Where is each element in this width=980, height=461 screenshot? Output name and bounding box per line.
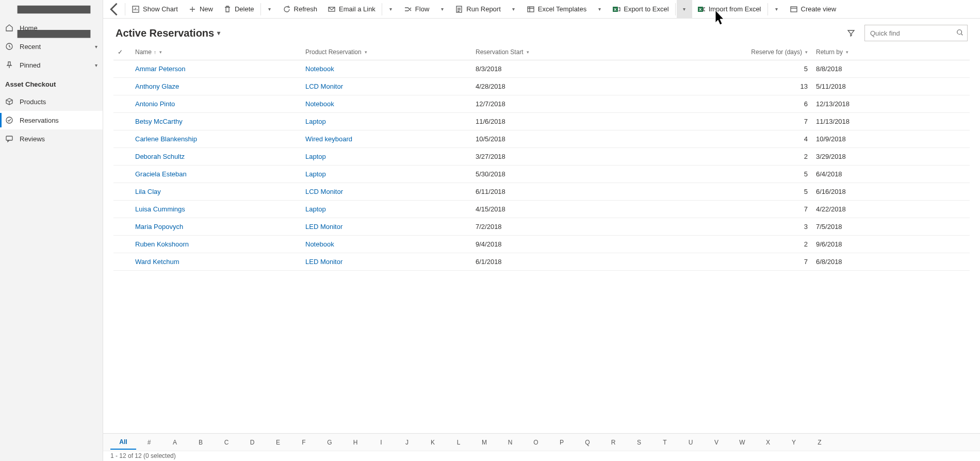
alpha-m[interactable]: M bbox=[471, 436, 497, 449]
new-button[interactable]: New bbox=[183, 0, 218, 19]
alpha-x[interactable]: X bbox=[755, 436, 781, 449]
alpha-j[interactable]: J bbox=[394, 436, 420, 449]
product-link[interactable]: Laptop bbox=[305, 153, 326, 160]
col-start[interactable]: Reservation Start ▾ bbox=[471, 44, 642, 60]
run-report-button[interactable]: Run Report bbox=[450, 0, 505, 19]
table-row[interactable]: Ammar PetersonNotebook8/3/201858/8/2018 bbox=[113, 60, 970, 78]
col-name[interactable]: Name ↑ ▾ bbox=[131, 44, 301, 60]
alpha-#[interactable]: # bbox=[136, 436, 162, 449]
alpha-e[interactable]: E bbox=[265, 436, 291, 449]
alpha-k[interactable]: K bbox=[420, 436, 446, 449]
excel-templates-button[interactable]: Excel Templates bbox=[521, 0, 592, 19]
table-row[interactable]: Carlene BlankenshipWired keyboard10/5/20… bbox=[113, 130, 970, 148]
search-input[interactable] bbox=[864, 25, 968, 41]
table-row[interactable]: Luisa CummingsLaptop4/15/201874/22/2018 bbox=[113, 201, 970, 218]
alpha-t[interactable]: T bbox=[652, 436, 678, 449]
name-link[interactable]: Ruben Kokshoorn bbox=[135, 240, 189, 248]
nav-home[interactable]: Home bbox=[0, 19, 103, 37]
name-link[interactable]: Ward Ketchum bbox=[135, 258, 179, 266]
import-excel-dropdown[interactable]: ▾ bbox=[769, 0, 785, 19]
name-link[interactable]: Carlene Blankenship bbox=[135, 135, 197, 143]
name-link[interactable]: Deborah Schultz bbox=[135, 153, 185, 160]
flow-dropdown[interactable]: ▾ bbox=[434, 0, 450, 19]
product-link[interactable]: Notebook bbox=[305, 240, 334, 248]
select-all-column[interactable]: ✓ bbox=[113, 44, 131, 60]
product-link[interactable]: Notebook bbox=[305, 100, 334, 108]
alpha-u[interactable]: U bbox=[678, 436, 704, 449]
alpha-b[interactable]: B bbox=[188, 436, 214, 449]
view-switcher[interactable]: Active Reservations ▾ bbox=[116, 27, 220, 39]
row-checkbox-cell[interactable] bbox=[113, 183, 131, 201]
email-link-dropdown[interactable]: ▾ bbox=[383, 0, 399, 19]
back-button[interactable] bbox=[105, 0, 124, 19]
alpha-v[interactable]: V bbox=[704, 436, 729, 449]
hamburger-button[interactable] bbox=[0, 0, 103, 19]
row-checkbox-cell[interactable] bbox=[113, 130, 131, 148]
row-checkbox-cell[interactable] bbox=[113, 166, 131, 183]
col-reserve-for[interactable]: Reserve for (days) ▾ bbox=[642, 44, 812, 60]
flow-button[interactable]: Flow bbox=[399, 0, 434, 19]
name-link[interactable]: Ammar Peterson bbox=[135, 65, 186, 73]
delete-dropdown[interactable]: ▾ bbox=[262, 0, 277, 19]
col-return-by[interactable]: Return by ▾ bbox=[812, 44, 970, 60]
product-link[interactable]: Wired keyboard bbox=[305, 135, 352, 143]
filter-button[interactable] bbox=[843, 25, 859, 41]
name-link[interactable]: Anthony Glaze bbox=[135, 83, 179, 90]
alpha-q[interactable]: Q bbox=[575, 436, 600, 449]
export-excel-button[interactable]: X Export to Excel bbox=[607, 0, 674, 19]
alpha-c[interactable]: C bbox=[214, 436, 239, 449]
export-excel-dropdown[interactable]: ▾ bbox=[677, 0, 692, 19]
alpha-r[interactable]: R bbox=[600, 436, 626, 449]
row-checkbox-cell[interactable] bbox=[113, 201, 131, 218]
create-view-button[interactable]: Create view bbox=[785, 0, 842, 19]
row-checkbox-cell[interactable] bbox=[113, 236, 131, 253]
table-row[interactable]: Maria PopovychLED Monitor7/2/201837/5/20… bbox=[113, 218, 970, 236]
refresh-button[interactable]: Refresh bbox=[277, 0, 323, 19]
alpha-a[interactable]: A bbox=[162, 436, 188, 449]
delete-button[interactable]: Delete bbox=[218, 0, 259, 19]
alpha-i[interactable]: I bbox=[368, 436, 394, 449]
alpha-l[interactable]: L bbox=[446, 436, 471, 449]
table-row[interactable]: Ruben KokshoornNotebook9/4/201829/6/2018 bbox=[113, 236, 970, 253]
alpha-f[interactable]: F bbox=[291, 436, 317, 449]
alpha-h[interactable]: H bbox=[342, 436, 368, 449]
product-link[interactable]: Notebook bbox=[305, 65, 334, 73]
nav-recent[interactable]: Recent ▾ bbox=[0, 37, 103, 56]
alpha-y[interactable]: Y bbox=[781, 436, 807, 449]
table-row[interactable]: Antonio PintoNotebook12/7/2018612/13/201… bbox=[113, 95, 970, 113]
product-link[interactable]: LCD Monitor bbox=[305, 83, 343, 90]
search-icon[interactable] bbox=[956, 29, 963, 38]
table-row[interactable]: Ward KetchumLED Monitor6/1/201876/8/2018 bbox=[113, 253, 970, 271]
product-link[interactable]: Laptop bbox=[305, 205, 326, 213]
alpha-w[interactable]: W bbox=[729, 436, 755, 449]
alpha-o[interactable]: O bbox=[523, 436, 549, 449]
alpha-d[interactable]: D bbox=[239, 436, 265, 449]
alpha-all[interactable]: All bbox=[110, 435, 136, 450]
name-link[interactable]: Maria Popovych bbox=[135, 223, 183, 230]
table-row[interactable]: Betsy McCarthyLaptop11/6/2018711/13/2018 bbox=[113, 113, 970, 130]
nav-reservations[interactable]: Reservations bbox=[0, 111, 103, 129]
row-checkbox-cell[interactable] bbox=[113, 95, 131, 113]
email-link-button[interactable]: Email a Link bbox=[322, 0, 381, 19]
nav-products[interactable]: Products bbox=[0, 92, 103, 111]
row-checkbox-cell[interactable] bbox=[113, 253, 131, 271]
product-link[interactable]: Laptop bbox=[305, 118, 326, 125]
import-excel-button[interactable]: X Import from Excel bbox=[692, 0, 766, 19]
alpha-g[interactable]: G bbox=[317, 436, 342, 449]
table-row[interactable]: Deborah SchultzLaptop3/27/201823/29/2018 bbox=[113, 148, 970, 166]
product-link[interactable]: LED Monitor bbox=[305, 223, 342, 230]
nav-reviews[interactable]: Reviews bbox=[0, 129, 103, 148]
table-row[interactable]: Anthony GlazeLCD Monitor4/28/2018135/11/… bbox=[113, 78, 970, 95]
product-link[interactable]: LCD Monitor bbox=[305, 188, 343, 195]
alpha-n[interactable]: N bbox=[497, 436, 523, 449]
product-link[interactable]: Laptop bbox=[305, 170, 326, 178]
table-row[interactable]: Graciela EstebanLaptop5/30/201856/4/2018 bbox=[113, 166, 970, 183]
alpha-s[interactable]: S bbox=[626, 436, 652, 449]
table-row[interactable]: Lila ClayLCD Monitor6/11/201856/16/2018 bbox=[113, 183, 970, 201]
nav-pinned[interactable]: Pinned ▾ bbox=[0, 56, 103, 74]
run-report-dropdown[interactable]: ▾ bbox=[506, 0, 521, 19]
col-product[interactable]: Product Reservation ▾ bbox=[301, 44, 471, 60]
name-link[interactable]: Luisa Cummings bbox=[135, 205, 185, 213]
row-checkbox-cell[interactable] bbox=[113, 113, 131, 130]
show-chart-button[interactable]: Show Chart bbox=[126, 0, 183, 19]
